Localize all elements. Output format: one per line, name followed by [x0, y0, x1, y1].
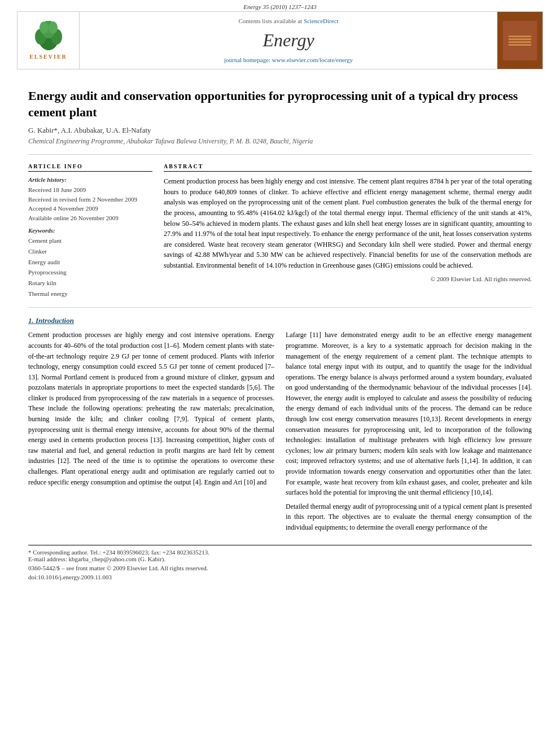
available-date: Available online 26 November 2009 — [28, 215, 119, 221]
journal-reference-text: Energy 35 (2010) 1237–1243 — [243, 3, 316, 10]
elsevier-logo: ELSEVIER — [18, 12, 80, 69]
info-abstract-section: ARTICLE INFO Article history: Received 1… — [28, 163, 532, 299]
thumb-line-3 — [509, 41, 531, 43]
footnote-email: E-mail address: kbgarba_chep@yahoo.com (… — [28, 556, 532, 562]
intro-para-2: Lafarge [11] have demonstrated energy au… — [286, 330, 532, 498]
page: Energy 35 (2010) 1237–1243 ELSEVIER Cont… — [0, 0, 560, 747]
email-suffix: (G. Kabir). — [138, 556, 166, 562]
svg-point-5 — [40, 21, 49, 34]
journal-ref: Energy 35 (2010) 1237–1243 — [0, 0, 560, 11]
section-1-title: 1. Introduction — [28, 316, 532, 325]
section-1-number: 1. — [28, 316, 34, 325]
keyword-4: Pyroprocessing — [28, 269, 67, 276]
copyright-notice: © 2009 Elsevier Ltd. All rights reserved… — [164, 276, 532, 282]
keyword-5: Rotary kiln — [28, 279, 56, 286]
accepted-date: Accepted 4 November 2009 — [28, 205, 98, 212]
elsevier-label: ELSEVIER — [29, 54, 67, 60]
footnote-star: * Corresponding author. Tel.: +234 80395… — [28, 549, 532, 556]
svg-point-6 — [49, 21, 58, 34]
paper-title: Energy audit and conservation opportunit… — [28, 88, 532, 120]
abstract-column: ABSTRACT Cement production process has b… — [164, 163, 532, 299]
keywords-list: Cement plant Clinker Energy audit Pyropr… — [28, 235, 152, 299]
elsevier-tree-icon — [32, 21, 65, 52]
received-date: Received 18 June 2009 — [28, 186, 86, 193]
journal-center: Contents lists available at ScienceDirec… — [80, 12, 497, 69]
introduction-body: Cement production processes are highly e… — [28, 330, 532, 536]
keyword-1: Cement plant — [28, 237, 62, 244]
email-address: kbgarba_chep@yahoo.com — [68, 556, 136, 562]
footnote-area: * Corresponding author. Tel.: +234 80395… — [28, 545, 532, 580]
footnote-star-text: * Corresponding author. Tel.: +234 80395… — [28, 549, 209, 556]
revised-date: Received in revised form 2 November 2009 — [28, 196, 137, 203]
history-label: Article history: — [28, 176, 152, 183]
intro-para-3: Detailed thermal energy audit of pyropro… — [286, 501, 532, 533]
keywords-label: Keywords: — [28, 227, 152, 234]
abstract-text: Cement production process has been highl… — [164, 176, 532, 270]
keyword-3: Energy audit — [28, 259, 60, 265]
license-line: 0360-5442/$ – see front matter © 2009 El… — [28, 565, 532, 571]
journal-homepage: journal homepage: www.elsevier.com/locat… — [224, 56, 353, 63]
article-info-header: ARTICLE INFO — [28, 163, 152, 172]
main-content: Energy audit and conservation opportunit… — [0, 69, 560, 592]
authors: G. Kabir*, A.I. Abubakar, U.A. El-Nafaty — [28, 126, 532, 135]
keyword-6: Thermal energy — [28, 290, 68, 297]
section-1-heading: Introduction — [36, 316, 74, 325]
intro-left-text: Cement production processes are highly e… — [28, 330, 274, 487]
intro-left-col: Cement production processes are highly e… — [28, 330, 274, 536]
received-text: Received 18 June 2009 Received in revise… — [28, 185, 152, 222]
doi-line: doi:10.1016/j.energy.2009.11.003 — [28, 574, 532, 580]
sciencedirect-text: Contents lists available at — [238, 18, 302, 24]
intro-right-text: Lafarge [11] have demonstrated energy au… — [286, 330, 532, 532]
divider-2 — [28, 307, 532, 308]
thumb-line-1 — [509, 36, 531, 37]
affiliation: Chemical Engineering Programme, Abubakar… — [28, 137, 532, 146]
journal-header: ELSEVIER Contents lists available at Sci… — [17, 11, 543, 69]
journal-thumbnail — [497, 12, 542, 69]
thumb-line-4 — [509, 44, 531, 46]
sciencedirect-link[interactable]: ScienceDirect — [304, 18, 339, 24]
sciencedirect-line: Contents lists available at ScienceDirec… — [238, 18, 338, 24]
thumb-line-2 — [509, 38, 531, 40]
keyword-2: Clinker — [28, 248, 47, 255]
abstract-header: ABSTRACT — [164, 163, 532, 172]
article-info-column: ARTICLE INFO Article history: Received 1… — [28, 163, 152, 299]
email-label: E-mail address: — [28, 556, 67, 562]
intro-para-1: Cement production processes are highly e… — [28, 330, 274, 487]
divider-1 — [28, 154, 532, 155]
thumb-inner — [503, 21, 537, 60]
intro-right-col: Lafarge [11] have demonstrated energy au… — [286, 330, 532, 536]
journal-title: Energy — [262, 30, 314, 51]
